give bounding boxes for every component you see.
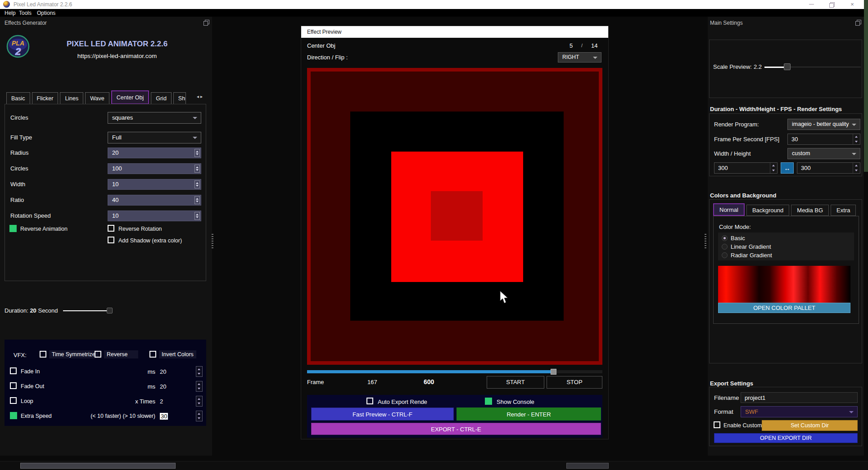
seek-handle[interactable]	[551, 369, 556, 375]
chevron-down-icon	[193, 117, 197, 119]
restore-button[interactable]	[824, 0, 839, 9]
width-stepper[interactable]: 10	[108, 179, 201, 190]
duration-slider-handle[interactable]	[107, 308, 113, 313]
app-url[interactable]: https://pixel-led-animator.com	[32, 53, 203, 59]
tab-extra[interactable]: Extra	[831, 205, 856, 216]
export-button[interactable]: EXPORT - CTRL-E	[311, 423, 601, 435]
fade-out-stepper[interactable]	[196, 381, 203, 392]
radio-radiar-gradient[interactable]	[722, 252, 728, 258]
direction-select[interactable]: RIGHT	[558, 52, 601, 63]
open-color-pallet-button[interactable]: OPEN COLOR PALLET	[718, 303, 850, 313]
set-custom-dir-button[interactable]: Set Custom Dir	[762, 420, 858, 431]
minimize-button[interactable]	[804, 0, 819, 9]
horizontal-scrollbar[interactable]	[0, 461, 868, 470]
field-label-circles: Circles	[10, 114, 28, 121]
tab-wave[interactable]: Wave	[85, 92, 109, 104]
effect-preview-titlebar[interactable]: Effect Preview	[301, 26, 608, 38]
fast-preview-button[interactable]: Fast Preview - CTRL-F	[311, 407, 454, 421]
tab-center-obj[interactable]: Center Obj	[111, 90, 149, 104]
tab-scroll-arrows[interactable]: ◂▸	[197, 94, 208, 102]
format-label: Format	[714, 408, 733, 415]
tab-basic[interactable]: Basic	[6, 92, 30, 104]
menu-help[interactable]: Help	[5, 10, 16, 16]
scrollbar-thumb[interactable]	[20, 463, 176, 469]
reverse-vfx-checkbox[interactable]	[95, 351, 101, 358]
scale-slider-track[interactable]	[791, 67, 861, 67]
fade-out-unit: ms	[95, 383, 155, 390]
chevron-down-icon	[849, 411, 854, 413]
auto-export-checkbox[interactable]	[366, 398, 373, 404]
field-label-ratio: Ratio	[10, 197, 24, 203]
radio-linear-gradient[interactable]	[722, 244, 728, 250]
fade-in-checkbox[interactable]	[10, 367, 17, 374]
radio-basic[interactable]	[722, 235, 728, 241]
menu-bar: Help Tools Options	[0, 9, 864, 17]
float-panel-icon[interactable]	[855, 20, 860, 25]
effect-settings-box: Circles squares Fill Type Full Radius 20…	[5, 104, 206, 281]
filename-input[interactable]	[741, 392, 858, 403]
rotation-speed-stepper[interactable]: 10	[108, 210, 201, 221]
frame-seek-bar[interactable]	[307, 370, 602, 373]
link-width-height-button[interactable]: ↔	[781, 162, 794, 174]
extra-speed-stepper[interactable]	[196, 411, 203, 421]
render-button[interactable]: Render - ENTER	[457, 407, 601, 421]
effects-generator-title: Effects Generator	[5, 20, 47, 26]
field-label-rotation-speed: Rotation Speed	[10, 212, 51, 219]
chevron-down-icon	[193, 137, 197, 139]
ratio-stepper[interactable]: 40	[108, 195, 201, 206]
scale-slider-handle[interactable]	[784, 63, 791, 70]
app-name: PIXEL LED ANIMATOR 2.2.6	[32, 40, 203, 49]
tab-lines[interactable]: Lines	[60, 92, 83, 104]
circles-select[interactable]: squares	[108, 112, 201, 124]
filename-label: Filename	[714, 394, 739, 401]
stop-button[interactable]: STOP	[547, 376, 602, 389]
scale-slider-filled[interactable]	[764, 67, 784, 68]
show-console-checkbox[interactable]	[485, 398, 492, 405]
open-export-dir-button[interactable]: OPEN EXPORT DIR	[714, 433, 858, 443]
reverse-rotation-checkbox[interactable]	[108, 225, 114, 232]
app-window: Pixel Led Animator 2.2.6 × Help Tools Op…	[0, 0, 868, 470]
width-stepper[interactable]: 300	[714, 162, 778, 174]
fade-out-value[interactable]: 20	[160, 383, 166, 390]
enable-custom-checkbox[interactable]	[714, 421, 720, 428]
chevron-down-icon	[852, 124, 856, 126]
fps-stepper[interactable]: 30	[787, 134, 860, 145]
pla-logo: PLA 2	[5, 34, 31, 59]
vfx-panel: VFX: Time Symmetrize Reverse Invert Colo…	[5, 340, 206, 426]
time-symmetrize-checkbox[interactable]	[40, 351, 46, 358]
scrollbar-thumb-right[interactable]	[566, 463, 609, 469]
menu-tools[interactable]: Tools	[19, 10, 32, 16]
fade-in-stepper[interactable]	[196, 366, 203, 377]
float-panel-icon[interactable]	[203, 20, 208, 25]
menu-options[interactable]: Options	[37, 10, 55, 16]
circles-count-stepper[interactable]: 100	[108, 163, 201, 174]
radius-stepper[interactable]: 20	[108, 148, 201, 158]
loop-stepper[interactable]	[196, 396, 203, 407]
height-stepper[interactable]: 300	[797, 162, 860, 174]
tab-grid[interactable]: Grid	[151, 92, 172, 104]
fade-in-value[interactable]: 20	[160, 368, 166, 375]
invert-colors-checkbox[interactable]	[149, 351, 156, 358]
vfx-label: VFX:	[14, 352, 27, 358]
add-shadow-checkbox[interactable]	[108, 237, 114, 243]
tab-shutter[interactable]: Shutter	[173, 92, 186, 104]
duration-slider-track[interactable]	[63, 310, 107, 311]
tab-normal[interactable]: Normal	[713, 203, 745, 216]
close-button[interactable]: ×	[845, 0, 860, 9]
width-height-mode-select[interactable]: custom	[787, 148, 860, 159]
left-splitter-handle[interactable]	[212, 234, 213, 248]
start-button[interactable]: START	[487, 376, 544, 389]
fill-type-select[interactable]: Full	[108, 132, 201, 143]
render-program-select[interactable]: imageio - better quality	[787, 119, 860, 130]
tab-flicker[interactable]: Flicker	[32, 92, 59, 104]
reverse-animation-checkbox[interactable]	[9, 225, 17, 232]
format-select[interactable]: SWF	[741, 406, 858, 417]
tab-background[interactable]: Background	[746, 205, 789, 216]
fade-out-checkbox[interactable]	[10, 382, 17, 389]
extra-speed-checkbox[interactable]	[10, 412, 17, 419]
right-splitter-handle[interactable]	[705, 234, 706, 248]
tab-media-bg[interactable]: Media BG	[791, 205, 829, 216]
loop-checkbox[interactable]	[10, 397, 17, 404]
loop-value[interactable]: 2	[160, 398, 163, 405]
extra-speed-value[interactable]: 30	[160, 413, 168, 420]
